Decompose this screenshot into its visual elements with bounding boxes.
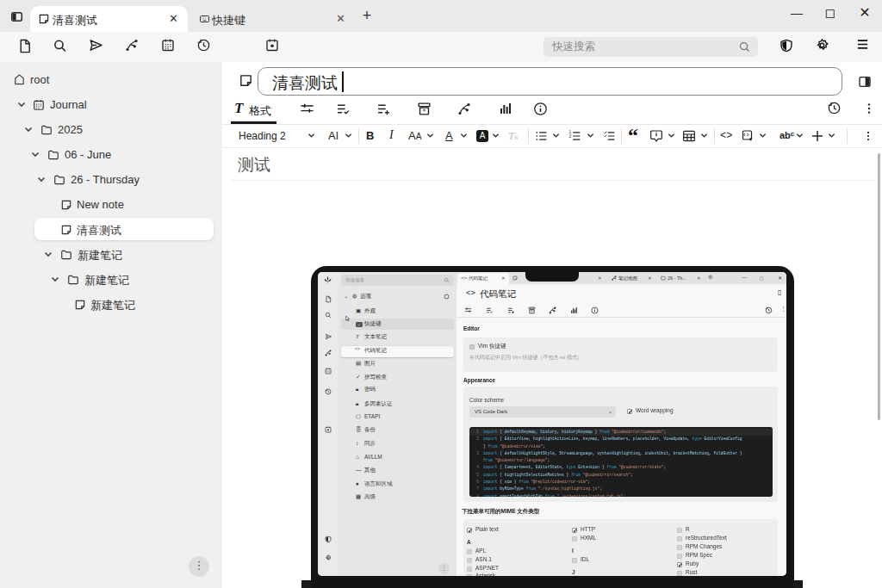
svg-text:2: 2 [569, 134, 572, 139]
